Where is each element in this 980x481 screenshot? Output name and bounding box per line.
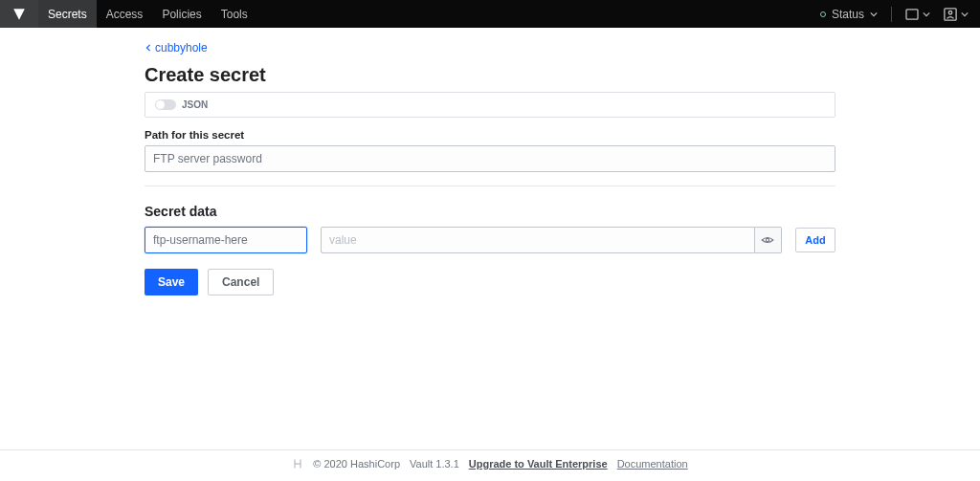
value-input-wrap — [321, 227, 782, 253]
path-input[interactable] — [145, 145, 835, 172]
form-actions: Save Cancel — [145, 269, 835, 295]
section-divider — [145, 186, 835, 186]
value-input[interactable] — [321, 227, 755, 253]
breadcrumb[interactable]: cubbyhole — [145, 41, 835, 55]
nav-tools[interactable]: Tools — [212, 0, 257, 28]
json-toggle[interactable] — [155, 99, 176, 110]
navbar-right: Status — [820, 0, 980, 28]
chevron-down-icon — [923, 11, 930, 18]
main-container: cubbyhole Create secret JSON Path for th… — [145, 28, 835, 353]
key-input[interactable] — [145, 227, 307, 253]
svg-point-2 — [948, 11, 952, 14]
status-label: Status — [832, 8, 864, 21]
chevron-left-icon — [145, 44, 152, 52]
path-label: Path for this secret — [145, 129, 835, 141]
chevron-down-icon — [870, 11, 878, 18]
vault-logo[interactable] — [0, 0, 38, 28]
kv-row: Add — [145, 227, 835, 253]
secret-data-title: Secret data — [145, 204, 835, 219]
status-dropdown[interactable]: Status — [820, 8, 878, 21]
svg-rect-0 — [906, 9, 918, 18]
vault-logo-icon — [12, 8, 26, 21]
save-button[interactable]: Save — [145, 269, 198, 295]
reveal-value-button[interactable] — [755, 227, 782, 253]
terminal-icon — [905, 9, 919, 20]
chevron-down-icon — [961, 11, 969, 18]
nav-access[interactable]: Access — [97, 0, 153, 28]
json-label: JSON — [182, 99, 208, 110]
eye-icon — [761, 235, 774, 245]
navbar-separator — [891, 7, 892, 22]
user-dropdown[interactable] — [944, 8, 969, 21]
cancel-button[interactable]: Cancel — [208, 269, 274, 295]
navbar-left: Secrets Access Policies Tools — [0, 0, 257, 28]
toggle-knob — [156, 100, 165, 109]
page-title: Create secret — [145, 64, 835, 86]
svg-point-3 — [767, 238, 769, 241]
user-icon — [944, 8, 957, 21]
nav-policies[interactable]: Policies — [152, 0, 211, 28]
add-button[interactable]: Add — [795, 228, 835, 252]
json-toggle-bar: JSON — [145, 92, 835, 118]
console-dropdown[interactable] — [905, 9, 930, 20]
nav-secrets[interactable]: Secrets — [38, 0, 97, 28]
top-navbar: Secrets Access Policies Tools Status — [0, 0, 980, 28]
breadcrumb-parent: cubbyhole — [155, 41, 208, 55]
status-indicator-icon — [820, 11, 826, 17]
